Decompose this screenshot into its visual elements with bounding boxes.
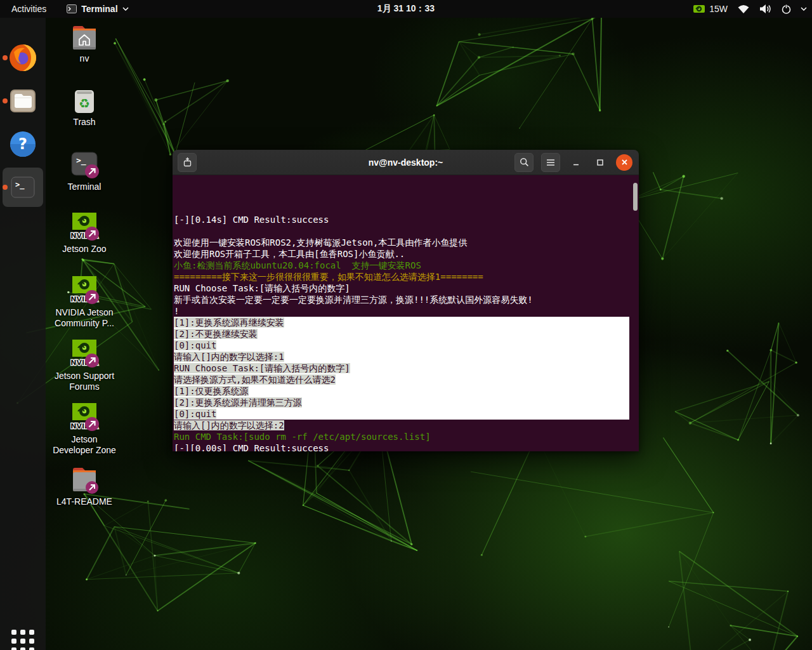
terminal-line: 小鱼:检测当前系统ubuntu20.04:focal 支持一键安装ROS	[174, 260, 639, 271]
nvidia-power-icon	[693, 4, 705, 14]
terminal-line: 欢迎使用一键安装ROS和ROS2,支持树莓派Jetson,本工具由作者小鱼提供	[174, 237, 639, 248]
terminal-link-icon: >_	[68, 150, 101, 180]
terminal-titlebar[interactable]: nv@nv-desktop:~	[173, 150, 639, 175]
terminal-line: [-][0.14s] CMD Result:success	[174, 214, 639, 225]
minimize-button[interactable]	[568, 154, 584, 171]
terminal-content[interactable]: [-][0.14s] CMD Result:success欢迎使用一键安装ROS…	[173, 175, 639, 451]
running-indicator	[3, 98, 8, 103]
desktop-icon-nvidia-jetson-community[interactable]: NVIDIA NVIDIA Jetson Community P...	[46, 275, 122, 329]
desktop-icon-jetson-developer-zone[interactable]: NVIDIA Jetson Developer Zone	[46, 402, 122, 456]
dock-item-help[interactable]: ?	[8, 129, 38, 159]
clock[interactable]: 1月 31 10：33	[377, 3, 435, 15]
terminal-line: 请选择换源方式,如果不知道选什么请选2	[174, 374, 629, 385]
terminal-line: 欢迎使用ROS开箱子工具，本工具由[鱼香ROS]小鱼贡献..	[174, 248, 639, 260]
nvidia-link-icon: NVIDIA	[67, 212, 102, 242]
terminal-line: !	[174, 305, 639, 317]
new-tab-icon	[182, 157, 192, 168]
terminal-line: [2]:不更换继续安装	[174, 328, 629, 340]
terminal-line: 新手或首次安装一定要一定要一定要换源并清理三方源，换源!!!系统默认国外源容易失…	[174, 294, 639, 305]
desktop-icon-jetson-support-forums[interactable]: NVIDIA Jetson Support Forums	[46, 339, 122, 392]
icon-label: Jetson Support Forums	[55, 371, 114, 392]
chevron-down-icon	[122, 7, 129, 11]
volume-icon	[759, 4, 772, 14]
desktop-icon-nv[interactable]: nv	[46, 23, 122, 64]
top-bar: Activities Terminal 1月 31 10：33 15W	[0, 0, 812, 18]
close-button[interactable]	[616, 154, 632, 171]
nvidia-link-icon: NVIDIA	[67, 402, 102, 433]
trash-icon: ♻	[69, 85, 100, 116]
running-indicator	[3, 55, 8, 60]
svg-text:♻: ♻	[79, 96, 90, 111]
running-indicator	[3, 185, 8, 190]
dock-item-files[interactable]	[8, 86, 38, 116]
search-button[interactable]	[514, 153, 534, 172]
show-applications-button[interactable]	[10, 628, 36, 650]
svg-text:>_: >_	[15, 180, 25, 190]
dock-item-firefox[interactable]	[8, 43, 38, 73]
wifi-icon	[737, 4, 750, 14]
search-icon	[520, 157, 529, 167]
icon-label: Jetson Zoo	[62, 244, 106, 255]
files-icon	[9, 87, 37, 115]
terminal-line: [1]:仅更换系统源	[174, 385, 629, 397]
nvidia-link-icon: NVIDIA	[67, 275, 102, 306]
activities-button[interactable]: Activities	[8, 3, 50, 15]
scrollbar-thumb[interactable]	[633, 183, 638, 211]
terminal-line: RUN Choose Task:[请输入括号内的数字]	[174, 282, 639, 294]
desktop-icon-trash[interactable]: ♻ Trash	[46, 85, 122, 128]
terminal-line: [1]:更换系统源再继续安装	[174, 317, 629, 328]
terminal-line: [-][0.00s] CMD Result:success	[174, 442, 639, 451]
chevron-down-icon	[801, 7, 807, 11]
icon-label: nv	[80, 53, 89, 64]
app-menu-label: Terminal	[81, 4, 117, 14]
hamburger-menu-icon	[546, 159, 555, 166]
system-status-area[interactable]: 15W	[693, 4, 807, 15]
terminal-icon: >_	[9, 173, 37, 201]
menu-button[interactable]	[541, 153, 560, 172]
dock: ? >_	[0, 18, 46, 650]
minimize-icon	[572, 159, 580, 166]
terminal-line: 请输入[]内的数字以选择:2	[174, 420, 639, 431]
icon-label: L4T-README	[56, 496, 112, 507]
folder-link-icon	[68, 465, 101, 495]
terminal-line: Run CMD Task:[sudo rm -rf /etc/apt/sourc…	[174, 431, 639, 442]
icon-label: Terminal	[68, 182, 102, 192]
terminal-window: nv@nv-desktop:~	[173, 150, 639, 451]
maximize-icon	[596, 159, 604, 166]
icon-label: Trash	[73, 117, 95, 128]
maximize-button[interactable]	[592, 154, 608, 171]
terminal-line: [0]:quit	[174, 408, 629, 420]
desktop-icon-l4t-readme[interactable]: L4T-README	[46, 465, 122, 507]
power-icon	[781, 4, 792, 15]
power-mode-label: 15W	[709, 4, 728, 14]
terminal-line: =========接下来这一步很很很很重要，如果不知道怎么选请选择1======…	[174, 271, 639, 282]
icon-label: NVIDIA Jetson Community P...	[55, 307, 114, 329]
app-menu-terminal[interactable]: Terminal	[67, 4, 128, 14]
terminal-icon	[67, 4, 77, 13]
desktop-icon-terminal[interactable]: >_ Terminal	[46, 150, 122, 192]
desktop-icon-jetson-zoo[interactable]: NVIDIA Jetson Zoo	[46, 212, 122, 255]
terminal-line: [2]:更换系统源并清理第三方源	[174, 397, 629, 408]
terminal-line: 请输入[]内的数字以选择:1	[174, 351, 629, 362]
svg-text:>_: >_	[76, 156, 86, 166]
dock-item-terminal[interactable]: >_	[8, 172, 38, 202]
home-folder-icon	[69, 23, 100, 52]
svg-text:?: ?	[18, 135, 27, 153]
terminal-line	[174, 225, 639, 237]
terminal-line: [0]:quit	[174, 340, 629, 351]
close-icon	[621, 159, 628, 166]
nvidia-link-icon: NVIDIA	[67, 339, 102, 369]
terminal-line: RUN Choose Task:[请输入括号内的数字]	[174, 362, 629, 374]
icon-label: Jetson Developer Zone	[53, 434, 116, 456]
new-tab-button[interactable]	[178, 153, 197, 172]
help-icon: ?	[9, 130, 37, 158]
firefox-icon	[8, 43, 37, 72]
